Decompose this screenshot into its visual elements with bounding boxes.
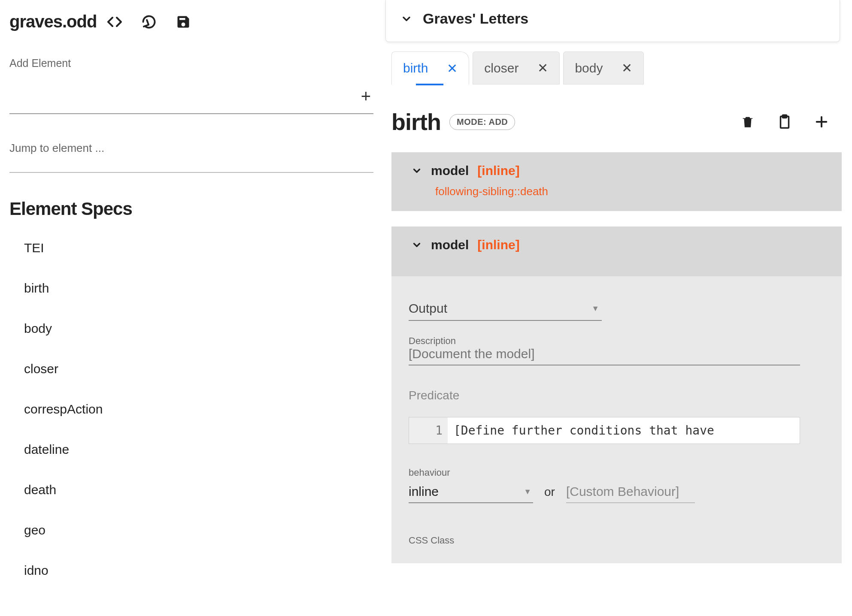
tab-label: closer [484, 61, 518, 75]
description-group: Description [409, 335, 825, 365]
spec-item-body[interactable]: body [24, 321, 373, 336]
spec-item-death[interactable]: death [24, 483, 373, 497]
file-name: graves.odd [9, 12, 97, 31]
add-element-input[interactable]: + [9, 82, 373, 114]
model-row: model [inline] [411, 163, 825, 178]
add-element-plus-icon[interactable]: + [361, 87, 371, 106]
chevron-down-icon[interactable] [400, 13, 412, 25]
output-label: Output [409, 301, 447, 316]
project-title: Graves' Letters [423, 10, 528, 27]
model-block-2[interactable]: model [inline] [391, 226, 842, 276]
or-label: or [544, 485, 555, 503]
tab-body[interactable]: body ✕ [563, 51, 644, 85]
mode-badge: MODE: ADD [449, 114, 515, 130]
element-specs-heading: Element Specs [9, 199, 373, 219]
spec-item-dateline[interactable]: dateline [24, 442, 373, 457]
svg-rect-1 [782, 115, 787, 118]
custom-behaviour-input[interactable]: [Custom Behaviour] [566, 484, 695, 503]
jump-placeholder: Jump to element ... [9, 142, 373, 155]
project-header[interactable]: Graves' Letters [385, 0, 840, 42]
spec-item-correspaction[interactable]: correspAction [24, 402, 373, 417]
clipboard-icon[interactable] [776, 114, 793, 130]
caret-down-icon: ▼ [591, 304, 599, 313]
title-row: graves.odd [9, 12, 373, 31]
right-panel: Graves' Letters birth ✕ closer ✕ body ✕ … [383, 0, 852, 616]
chevron-down-icon[interactable] [411, 165, 422, 176]
add-icon[interactable] [814, 115, 829, 129]
tab-label: birth [403, 61, 428, 75]
model-block-1[interactable]: model [inline] following-sibling::death [391, 152, 842, 211]
css-class-label: CSS Class [409, 535, 825, 546]
element-actions [740, 114, 842, 130]
spec-list: TEI birth body closer correspAction date… [9, 241, 373, 578]
refresh-icon[interactable] [140, 13, 158, 30]
inline-tag: [inline] [477, 163, 519, 178]
predicate-value[interactable]: [Define further conditions that have [448, 417, 800, 444]
left-panel: graves.odd Add Element + Jump to element… [0, 0, 383, 616]
close-icon[interactable]: ✕ [622, 60, 632, 75]
behaviour-select[interactable]: inline ▼ [409, 483, 533, 503]
output-select[interactable]: Output ▼ [409, 299, 602, 321]
tabs: birth ✕ closer ✕ body ✕ [391, 51, 842, 85]
spec-item-tei[interactable]: TEI [24, 241, 373, 255]
behaviour-label: behaviour [409, 467, 533, 478]
model-form: Output ▼ Description Predicate 1 [Define… [391, 276, 842, 563]
element-name: birth [391, 109, 441, 135]
behaviour-value: inline [409, 484, 439, 499]
model-row: model [inline] [411, 238, 825, 252]
delete-icon[interactable] [740, 115, 755, 129]
line-number: 1 [409, 417, 448, 444]
chevron-down-icon[interactable] [411, 239, 422, 251]
spec-item-birth[interactable]: birth [24, 281, 373, 296]
element-header: birth MODE: ADD [391, 109, 842, 135]
predicate-label: Predicate [409, 389, 825, 402]
close-icon[interactable]: ✕ [537, 60, 548, 75]
inline-tag: [inline] [477, 238, 519, 252]
predicate-preview: following-sibling::death [435, 185, 825, 198]
model-label: model [431, 238, 469, 252]
caret-down-icon: ▼ [524, 487, 531, 496]
code-icon[interactable] [106, 13, 123, 30]
add-element-label: Add Element [9, 57, 373, 69]
description-label: Description [409, 335, 825, 347]
behaviour-row: behaviour inline ▼ or [Custom Behaviour] [409, 467, 825, 503]
model-label: model [431, 163, 469, 178]
spec-item-closer[interactable]: closer [24, 362, 373, 376]
close-icon[interactable]: ✕ [447, 61, 458, 76]
behaviour-col: behaviour inline ▼ [409, 467, 533, 503]
save-icon[interactable] [175, 13, 192, 30]
spec-item-idno[interactable]: idno [24, 563, 373, 578]
tab-closer[interactable]: closer ✕ [473, 51, 560, 85]
jump-to-element-input[interactable]: Jump to element ... [9, 142, 373, 173]
predicate-editor[interactable]: 1 [Define further conditions that have [409, 417, 800, 444]
spec-item-geo[interactable]: geo [24, 523, 373, 537]
tab-birth[interactable]: birth ✕ [391, 51, 469, 85]
tab-label: body [575, 61, 603, 75]
toolbar [106, 13, 192, 30]
description-input[interactable] [409, 347, 800, 365]
